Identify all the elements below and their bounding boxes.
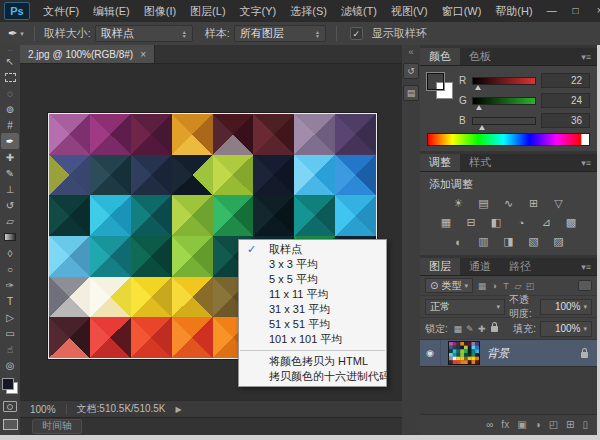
color-swatches[interactable] — [427, 73, 453, 99]
link-layers-icon[interactable]: ∞ — [486, 420, 493, 430]
sample-dropdown[interactable]: 所有图层 ▲▼ — [234, 25, 326, 42]
delete-layer-icon[interactable]: ▯ — [582, 420, 588, 430]
gradient-tool[interactable] — [1, 229, 19, 245]
channel-slider-R[interactable] — [472, 77, 536, 85]
eyedropper-tool[interactable]: ✒ — [1, 133, 19, 149]
new-group-icon[interactable]: ◰ — [549, 420, 558, 430]
type-tool[interactable]: T — [1, 293, 19, 309]
context-menu-item-8[interactable]: 将颜色拷贝为 HTML — [239, 354, 386, 369]
path-selection-tool[interactable]: ▷ — [1, 309, 19, 325]
layer-effects-icon[interactable]: fx — [501, 420, 509, 430]
channel-value-B[interactable]: 36 — [541, 113, 590, 128]
context-menu-item-9[interactable]: 拷贝颜色的十六进制代码 — [239, 369, 386, 384]
menu-item-6[interactable]: 滤镜(T) — [334, 0, 384, 22]
shape-tool[interactable]: ▭ — [1, 325, 19, 341]
status-menu-arrow-icon[interactable]: ▶ — [176, 405, 182, 414]
minimize-button[interactable]: — — [540, 0, 564, 22]
zoom-level[interactable]: 100% — [30, 404, 56, 415]
menu-item-5[interactable]: 选择(S) — [283, 0, 334, 22]
history-panel-icon[interactable]: ↺ — [403, 63, 419, 79]
channel-value-G[interactable]: 24 — [541, 93, 590, 108]
maximize-button[interactable]: □ — [564, 0, 588, 22]
toolbar-color-swatches[interactable] — [2, 378, 18, 394]
close-icon[interactable]: × — [140, 49, 146, 60]
black-white-icon[interactable]: ◧ — [488, 216, 504, 229]
selective-color-icon[interactable]: ▧ — [526, 235, 542, 248]
context-menu-item-0[interactable]: 取样点✓ — [239, 242, 386, 257]
dodge-tool[interactable]: ○ — [1, 261, 19, 277]
color-lookup-icon[interactable]: ▩ — [563, 216, 579, 229]
menu-item-3[interactable]: 图层(L) — [183, 0, 232, 22]
blend-mode-dropdown[interactable]: 正常 ▾ — [425, 299, 505, 315]
show-sampling-ring-checkbox[interactable]: ✓ — [350, 27, 363, 40]
context-menu-item-6[interactable]: 101 x 101 平均 — [239, 332, 386, 347]
quick-selection-tool[interactable]: ⊚ — [1, 101, 19, 117]
brush-tool[interactable]: ✎ — [1, 165, 19, 181]
levels-icon[interactable]: ▤ — [476, 197, 492, 210]
crop-tool[interactable]: # — [1, 117, 19, 133]
layers-tab-1[interactable]: 通道 — [460, 258, 500, 275]
expand-panels-icon[interactable]: « — [402, 45, 420, 57]
eraser-tool[interactable]: ▱ — [1, 213, 19, 229]
slider-thumb[interactable] — [476, 105, 482, 110]
filter-smart-object-layers-icon[interactable]: ◰ — [524, 281, 536, 291]
close-button[interactable]: × — [588, 0, 600, 22]
photo-filter-icon[interactable]: ◔ — [513, 216, 529, 229]
channel-mixer-icon[interactable]: ⊿ — [538, 216, 554, 229]
layer-filter-type-dropdown[interactable]: ⊙ 类型 ▾ — [425, 278, 473, 293]
filter-shape-layers-icon[interactable]: ▱ — [512, 281, 524, 291]
fill-field[interactable]: 100% ▾ — [540, 321, 592, 337]
gradient-map-icon[interactable]: ▨ — [551, 235, 567, 248]
menu-item-1[interactable]: 编辑(E) — [86, 0, 137, 22]
layer-visibility-eye-icon[interactable]: ◉ — [420, 340, 441, 366]
panel-menu-icon[interactable]: ▾≡ — [575, 258, 597, 275]
pen-tool[interactable]: ✑ — [1, 277, 19, 293]
panel-menu-icon[interactable]: ▾≡ — [575, 154, 597, 171]
layer-name[interactable]: 背景 — [487, 346, 509, 361]
context-menu-item-2[interactable]: 5 x 5 平均 — [239, 272, 386, 287]
document-tab[interactable]: 2.jpg @ 100%(RGB/8#) × — [20, 45, 155, 63]
curves-icon[interactable]: ∿ — [501, 197, 517, 210]
context-menu-item-1[interactable]: 3 x 3 平均 — [239, 257, 386, 272]
channel-slider-G[interactable] — [472, 97, 536, 105]
zoom-tool[interactable]: ◎ — [1, 357, 19, 373]
history-brush-tool[interactable]: ↺ — [1, 197, 19, 213]
layers-tab-2[interactable]: 路径 — [500, 258, 540, 275]
threshold-icon[interactable]: ◨ — [501, 235, 517, 248]
context-menu-item-5[interactable]: 51 x 51 平均 — [239, 317, 386, 332]
timeline-panel-tab[interactable]: 时间轴 — [32, 419, 82, 434]
filter-pixel-layers-icon[interactable]: ▦ — [476, 281, 488, 291]
menu-item-9[interactable]: 帮助(H) — [488, 0, 539, 22]
properties-panel-icon[interactable]: ▤ — [403, 85, 419, 101]
posterize-icon[interactable]: ▥ — [476, 235, 492, 248]
slider-thumb[interactable] — [475, 85, 481, 90]
lasso-tool[interactable]: ◌ — [1, 85, 19, 101]
color-tab-1[interactable]: 色板 — [460, 48, 500, 65]
move-tool[interactable]: ↖ — [1, 53, 19, 69]
exposure-icon[interactable]: ⊞ — [526, 197, 542, 210]
menu-item-4[interactable]: 文字(Y) — [233, 0, 284, 22]
quick-mask-button[interactable] — [3, 401, 17, 412]
opacity-field[interactable]: 100% ▾ — [540, 299, 592, 315]
vibrance-icon[interactable]: ▽ — [551, 197, 567, 210]
tool-preset-picker[interactable]: ✒ ▾ — [0, 27, 29, 40]
add-mask-icon[interactable]: ▣ — [517, 420, 526, 430]
menu-item-7[interactable]: 视图(V) — [384, 0, 435, 22]
lock-transparency-icon[interactable]: ▦ — [452, 324, 464, 334]
new-adjustment-layer-icon[interactable]: ◑ — [535, 420, 541, 430]
layer-row-background[interactable]: ◉ 背景 — [420, 340, 597, 367]
menu-item-8[interactable]: 窗口(W) — [435, 0, 489, 22]
foreground-color-swatch[interactable] — [2, 378, 14, 390]
panel-menu-icon[interactable]: ▾≡ — [575, 48, 597, 65]
blur-tool[interactable]: ◊ — [1, 245, 19, 261]
layer-thumbnail[interactable] — [448, 341, 480, 365]
marquee-tool[interactable] — [1, 69, 19, 85]
filter-adjustment-layers-icon[interactable]: ◑ — [488, 281, 500, 291]
channel-value-R[interactable]: 22 — [541, 73, 590, 88]
clone-stamp-tool[interactable]: ⊥ — [1, 181, 19, 197]
menu-item-0[interactable]: 文件(F) — [36, 0, 86, 22]
adjustments-tab-1[interactable]: 样式 — [460, 154, 500, 171]
color-balance-icon[interactable]: ⊟ — [463, 216, 479, 229]
lock-paint-icon[interactable]: ✎ — [464, 324, 476, 334]
slider-thumb[interactable] — [479, 125, 485, 130]
